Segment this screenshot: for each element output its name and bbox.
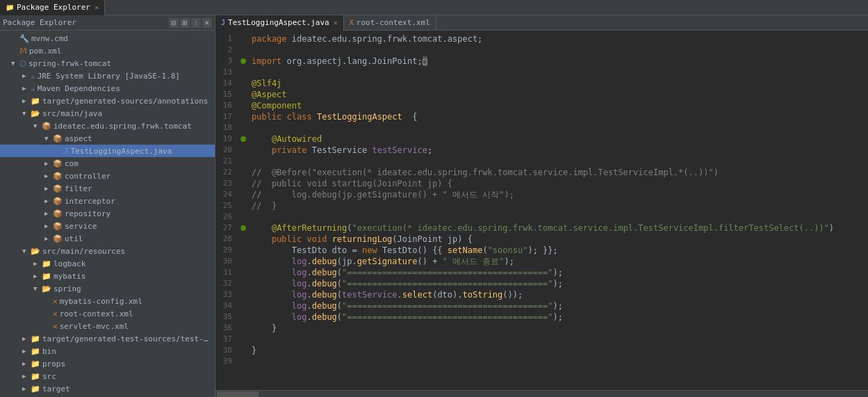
tree-item-mvnw[interactable]: 🔧 mvnw.cmd — [0, 32, 215, 44]
gutter-13 — [238, 67, 249, 78]
pom-root-icon: 𝕄 — [19, 47, 27, 56]
tree-item-pom-root[interactable]: 𝕄 pom.xml — [0, 44, 215, 57]
aspect-icon: 📦 — [53, 134, 63, 143]
arrow-ideatec: ▼ — [33, 122, 42, 129]
tree-item-root-context[interactable]: ✕ root-context.xml — [0, 307, 215, 320]
tree-item-src-main-res[interactable]: ▼ 📂 src/main/resources — [0, 245, 215, 257]
code-line-39: 39 — [215, 356, 868, 367]
props-icon: 📁 — [31, 359, 40, 368]
code-line-1: 1 package ideatec.edu.spring.frwk.tomcat… — [215, 33, 868, 44]
arrow-src-main: ▼ — [22, 110, 31, 117]
tree-item-controller[interactable]: ▶ 📦 controller — [0, 170, 215, 182]
tree-item-interceptor[interactable]: ▶ 📦 interceptor — [0, 195, 215, 207]
code-line-18: 18 — [215, 122, 868, 133]
tree-item-repository[interactable]: ▶ 📦 repository — [0, 207, 215, 220]
code-line-3: 3 import org.aspectj.lang.JoinPoint;□ — [215, 56, 868, 67]
tree-item-service[interactable]: ▶ 📦 service — [0, 220, 215, 232]
tree-item-mybatis[interactable]: ▶ 📁 mybatis — [0, 270, 215, 282]
util-icon: 📦 — [53, 234, 63, 243]
controller-icon: 📦 — [53, 172, 63, 181]
tree-item-props[interactable]: ▶ 📁 props — [0, 357, 215, 370]
line-num-33: 33 — [215, 289, 238, 300]
code-line-22: 22 // @Before("execution(* ideatec.edu.s… — [215, 167, 868, 178]
gutter-1 — [238, 33, 249, 44]
tab-close-test-logging[interactable]: ✕ — [334, 19, 338, 26]
line-content-17: public class TestLoggingAspect { — [249, 111, 868, 122]
sidebar-link-btn[interactable]: ⊞ — [180, 18, 190, 28]
gutter-31 — [238, 267, 249, 278]
target-gen-test-icon: 📁 — [31, 334, 40, 343]
line-num-18: 18 — [215, 122, 238, 133]
arrow-repository: ▶ — [44, 210, 53, 217]
util-label: util — [65, 234, 83, 243]
gutter-35 — [238, 311, 249, 323]
line-num-28: 28 — [215, 234, 238, 245]
gutter-2 — [238, 44, 249, 56]
code-line-34: 34 log.debug("==========================… — [215, 300, 868, 311]
com-label: com — [65, 159, 79, 168]
servlet-mvc-label: servlet-mvc.xml — [60, 322, 129, 331]
tree-item-test-logging[interactable]: J TestLoggingAspect.java — [0, 145, 215, 157]
tree-item-src[interactable]: ▶ 📁 src — [0, 370, 215, 382]
tree-item-spring[interactable]: ▼ 📂 spring — [0, 282, 215, 295]
line-num-20: 20 — [215, 145, 238, 156]
tree-item-util[interactable]: ▶ 📦 util — [0, 232, 215, 245]
tree-item-maven[interactable]: ▶ ☕ Maven Dependencies — [0, 82, 215, 95]
arrow-target-gen: ▶ — [22, 97, 31, 104]
arrow-target: ▶ — [22, 385, 31, 392]
tree-item-ideatec-pkg[interactable]: ▼ 📦 ideatec.edu.spring.frwk.tomcat — [0, 120, 215, 132]
arrow-mybatis: ▶ — [33, 273, 42, 279]
root-context-tab-icon: X — [350, 19, 354, 26]
gutter-27 — [238, 222, 249, 234]
code-editor[interactable]: 1 package ideatec.edu.spring.frwk.tomcat… — [215, 31, 868, 390]
tab-root-context[interactable]: X root-context.xml — [344, 15, 436, 31]
main-layout: Package Explorer ⊟ ⊞ ⋮ ✕ 🔧 mvnw.cmd — [0, 15, 868, 397]
tree-item-src-main-java[interactable]: ▼ 📂 src/main/java — [0, 107, 215, 120]
tree-item-filter[interactable]: ▶ 📦 filter — [0, 182, 215, 195]
sidebar-collapse-btn[interactable]: ⊟ — [169, 18, 179, 28]
line-num-22: 22 — [215, 167, 238, 178]
line-num-23: 23 — [215, 178, 238, 189]
line-num-17: 17 — [215, 111, 238, 122]
tree-item-project[interactable]: ▼ ⬡ spring-frwk-tomcat — [0, 57, 215, 70]
service-label: service — [65, 222, 97, 231]
tree-item-aspect[interactable]: ▼ 📦 aspect — [0, 132, 215, 145]
sidebar-menu-btn[interactable]: ⋮ — [191, 18, 201, 28]
tree-item-mybatis-config[interactable]: ✕ mybatis-config.xml — [0, 295, 215, 307]
tree-item-target[interactable]: ▶ 📁 target — [0, 382, 215, 395]
line-content-25: // } — [249, 200, 868, 211]
spring-icon: 📂 — [42, 284, 51, 293]
tree-item-bin[interactable]: ▶ 📁 bin — [0, 345, 215, 357]
mybatis-config-icon: ✕ — [53, 297, 58, 306]
tab-test-logging[interactable]: J TestLoggingAspect.java ✕ — [215, 15, 344, 31]
tree-item-jre[interactable]: ▶ ☕ JRE System Library [JavaSE-1.8] — [0, 70, 215, 82]
arrow-bin: ▶ — [22, 348, 31, 355]
mybatis-config-label: mybatis-config.xml — [60, 297, 142, 306]
bin-label: bin — [42, 347, 56, 356]
tab-close-package-explorer[interactable]: ✕ — [95, 3, 99, 11]
scrollbar-thumb[interactable] — [217, 391, 259, 397]
props-label: props — [42, 359, 65, 368]
src-icon: 📁 — [31, 372, 40, 381]
line-content-22: // @Before("execution(* ideatec.edu.spri… — [249, 167, 868, 178]
tree-item-logback[interactable]: ▶ 📁 logback — [0, 257, 215, 270]
gutter-21 — [238, 156, 249, 167]
tab-package-explorer[interactable]: 📁 Package Explorer ✕ — [0, 0, 105, 15]
tree-item-com[interactable]: ▶ 📦 com — [0, 157, 215, 170]
tree-item-target-gen-src[interactable]: ▶ 📁 target/generated-sources/annotations — [0, 95, 215, 107]
app-container: 📁 Package Explorer ✕ Package Explorer ⊟ … — [0, 0, 868, 397]
arrow-maven: ▶ — [22, 85, 31, 92]
interceptor-icon: 📦 — [53, 197, 63, 206]
mvnw-icon: 🔧 — [19, 34, 29, 43]
arrow-spring: ▼ — [33, 285, 42, 292]
tree-item-target-gen-test[interactable]: ▶ 📁 target/generated-test-sources/test-a… — [0, 332, 215, 345]
arrow-interceptor: ▶ — [44, 197, 53, 204]
root-context-tab-label: root-context.xml — [357, 18, 430, 27]
line-num-1: 1 — [215, 33, 238, 44]
tree-item-servlet-mvc[interactable]: ✕ servlet-mvc.xml — [0, 320, 215, 332]
gutter-16 — [238, 100, 249, 111]
gutter-19 — [238, 133, 249, 145]
sidebar-close-btn[interactable]: ✕ — [202, 18, 212, 28]
horizontal-scrollbar[interactable] — [215, 390, 868, 397]
logback-label: logback — [54, 259, 85, 268]
